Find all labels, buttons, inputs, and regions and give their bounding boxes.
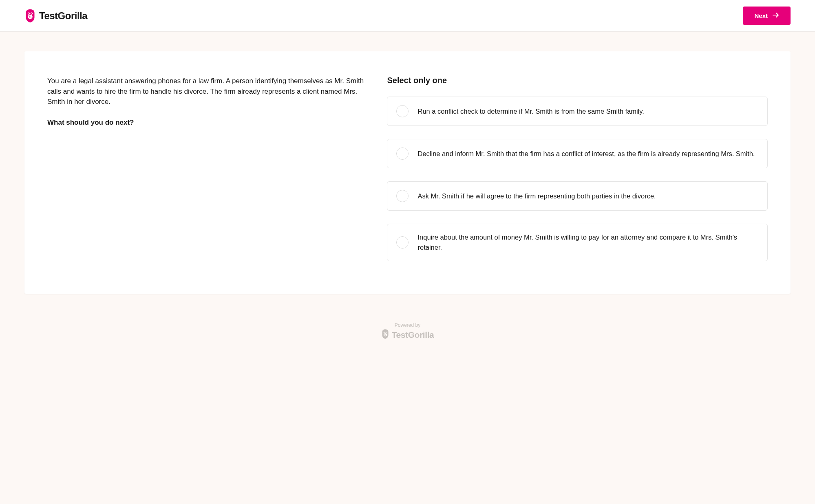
selection-instruction: Select only one (387, 76, 768, 85)
svg-point-6 (31, 15, 31, 16)
option-text: Decline and inform Mr. Smith that the fi… (417, 149, 755, 159)
page-header: TestGorilla Next (0, 0, 815, 32)
answer-option-4[interactable]: Inquire about the amount of money Mr. Sm… (387, 224, 768, 261)
svg-point-10 (384, 332, 384, 333)
answers-column: Select only one Run a conflict check to … (387, 76, 768, 261)
answer-option-2[interactable]: Decline and inform Mr. Smith that the fi… (387, 139, 768, 168)
svg-point-5 (29, 15, 30, 16)
brand-name: TestGorilla (39, 10, 87, 22)
svg-point-2 (28, 15, 33, 19)
radio-icon (396, 147, 409, 160)
option-text: Ask Mr. Smith if he will agree to the fi… (417, 191, 656, 201)
svg-point-4 (31, 13, 32, 14)
svg-point-12 (384, 334, 385, 335)
radio-icon (396, 190, 409, 202)
answer-option-3[interactable]: Ask Mr. Smith if he will agree to the fi… (387, 181, 768, 211)
next-button-label: Next (754, 12, 768, 19)
brand-logo: TestGorilla (24, 9, 87, 23)
question-prompt: What should you do next? (47, 119, 364, 127)
svg-point-13 (385, 334, 386, 335)
question-column: You are a legal assistant answering phon… (47, 76, 364, 261)
radio-icon (396, 105, 409, 117)
radio-icon (396, 236, 409, 249)
option-text: Inquire about the amount of money Mr. Sm… (417, 232, 758, 253)
next-button[interactable]: Next (743, 7, 791, 25)
option-text: Run a conflict check to determine if Mr.… (417, 106, 644, 117)
gorilla-icon (24, 9, 36, 23)
question-card: You are a legal assistant answering phon… (24, 51, 791, 294)
powered-by-label: Powered by (0, 322, 815, 328)
content-area: You are a legal assistant answering phon… (0, 32, 815, 310)
answer-option-1[interactable]: Run a conflict check to determine if Mr.… (387, 97, 768, 126)
page-footer: Powered by TestGorilla (0, 310, 815, 365)
svg-point-3 (28, 13, 29, 14)
scenario-text: You are a legal assistant answering phon… (47, 76, 364, 107)
footer-brand-name: TestGorilla (392, 330, 434, 340)
svg-point-9 (383, 333, 387, 336)
footer-brand-logo: TestGorilla (0, 329, 815, 341)
gorilla-icon (381, 329, 389, 341)
arrow-right-icon (773, 12, 779, 19)
svg-point-11 (386, 332, 387, 333)
